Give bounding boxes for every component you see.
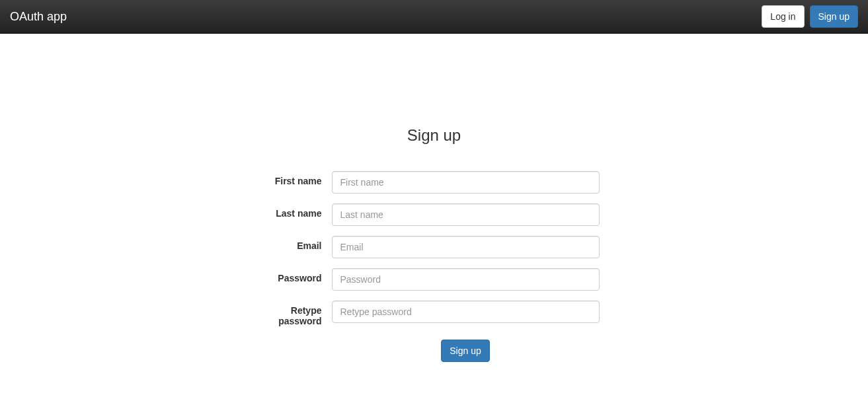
last-name-label: Last name	[269, 203, 332, 219]
form-actions: Sign up	[332, 340, 600, 362]
form-group-password: Password	[269, 268, 600, 291]
password-input[interactable]	[332, 268, 600, 291]
page-title: Sign up	[58, 126, 811, 145]
signup-form: First name Last name Email Password Rety…	[269, 171, 600, 362]
password-label: Password	[269, 268, 332, 283]
email-label: Email	[269, 236, 332, 251]
signup-submit-button[interactable]: Sign up	[441, 340, 489, 362]
form-group-last-name: Last name	[269, 203, 600, 226]
form-group-email: Email	[269, 236, 600, 258]
first-name-input[interactable]	[332, 171, 600, 194]
navbar-right: Log in Sign up	[762, 0, 858, 33]
navbar-brand[interactable]: OAuth app	[10, 0, 67, 33]
login-button[interactable]: Log in	[762, 5, 804, 28]
form-group-first-name: First name	[269, 171, 600, 194]
navbar: OAuth app Log in Sign up	[0, 0, 868, 34]
form-group-retype-password: Retype password	[269, 301, 600, 326]
email-input[interactable]	[332, 236, 600, 258]
first-name-label: First name	[269, 171, 332, 186]
main-container: Sign up First name Last name Email Passw…	[48, 126, 821, 362]
signup-nav-button[interactable]: Sign up	[810, 5, 858, 28]
retype-password-label: Retype password	[269, 301, 332, 326]
last-name-input[interactable]	[332, 203, 600, 226]
retype-password-input[interactable]	[332, 301, 600, 323]
content: Sign up First name Last name Email Passw…	[58, 126, 811, 362]
